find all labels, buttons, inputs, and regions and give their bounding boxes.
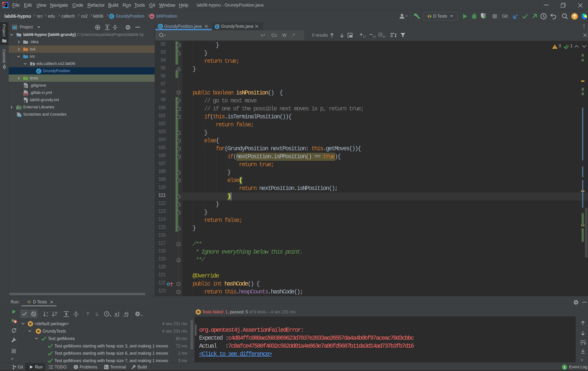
svg-text:IJ: IJ — [4, 3, 6, 6]
svg-text:C: C — [216, 25, 218, 29]
svg-text:C: C — [37, 69, 40, 73]
svg-text:m: m — [150, 14, 154, 18]
svg-text:1: 1 — [564, 365, 566, 369]
svg-text:a: a — [46, 311, 48, 314]
svg-text:C: C — [159, 24, 162, 28]
svg-text:C: C — [110, 14, 113, 18]
svg-text:z: z — [46, 314, 48, 317]
svg-text:YML: YML — [24, 93, 28, 95]
svg-text:9: 9 — [14, 320, 16, 323]
